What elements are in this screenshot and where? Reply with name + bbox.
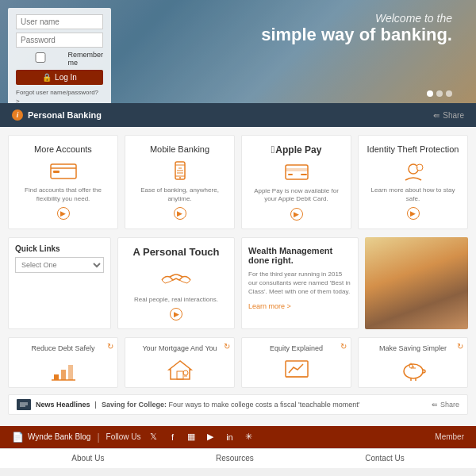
dot-2[interactable]	[436, 90, 443, 97]
password-input[interactable]	[16, 33, 103, 48]
svg-rect-12	[288, 174, 293, 175]
dot-1[interactable]	[427, 90, 433, 97]
news-separator: |	[95, 401, 97, 409]
saving-title: Make Saving Simpler	[365, 344, 461, 354]
mortgage-card: ↻ Your Mortgage And You	[125, 337, 235, 388]
dot-3[interactable]	[446, 90, 452, 97]
news-share-button[interactable]: ⇚ Share	[432, 401, 459, 409]
personal-touch-card: A Personal Touch Real people, real inter…	[117, 237, 235, 329]
member-label: Member	[435, 432, 464, 441]
svg-text:!: !	[417, 166, 418, 171]
nav-share-button[interactable]: ⇚ Share	[433, 111, 464, 120]
nav-bar: Personal Banking ⇚ Share	[0, 103, 476, 127]
mortgage-icon	[167, 359, 194, 381]
apple-pay-desc: Apple Pay is now available for your Appl…	[248, 187, 344, 204]
quick-links-panel: Quick Links Select One	[8, 237, 111, 329]
footer: About Us Resources Contact Us	[0, 448, 476, 468]
svg-rect-2	[53, 171, 60, 173]
reduce-debt-card: ↻ Reduce Debt Safely	[8, 337, 118, 388]
debt-icon	[50, 359, 77, 381]
contact-link[interactable]: Contact Us	[365, 454, 404, 463]
news-icon	[17, 399, 31, 410]
svg-rect-13	[301, 174, 307, 175]
twitter-icon[interactable]: 𝕏	[147, 431, 159, 443]
bottom-nav: 📄 Wynde Bank Blog | Follow Us 𝕏 f ▦ ▶ in…	[0, 426, 476, 448]
carousel-dots[interactable]	[427, 90, 452, 97]
reduce-debt-title: Reduce Debt Safely	[15, 344, 111, 354]
linkedin-icon[interactable]: in	[223, 431, 236, 443]
identity-icon: !	[399, 161, 428, 182]
forgot-link[interactable]: Forgot user name/password? >	[16, 88, 103, 103]
wealth-mgmt-desc: For the third year running in 2015 our c…	[248, 270, 351, 297]
mobile-banking-arrow[interactable]: ▶	[174, 207, 186, 220]
remember-me-label: Remember me	[16, 51, 103, 67]
news-category: Saving for College: Four ways to make co…	[102, 401, 360, 409]
svg-rect-11	[286, 168, 308, 171]
welcome-title: simple way of banking.	[261, 25, 452, 45]
blog-logo[interactable]: 📄 Wynde Bank Blog	[12, 432, 90, 443]
more-accounts-card: More Accounts Find accounts that offer t…	[8, 135, 118, 229]
more-accounts-arrow[interactable]: ▶	[57, 207, 70, 220]
svg-rect-22	[177, 371, 183, 379]
identity-theft-card: Identity Theft Protection ! Learn more a…	[358, 135, 468, 229]
saving-icon	[400, 359, 427, 381]
mortgage-title: Your Mortgage And You	[132, 344, 228, 354]
refresh-icon-2[interactable]: ↻	[224, 342, 230, 351]
equity-icon	[283, 359, 310, 381]
username-input[interactable]	[16, 14, 103, 29]
apple-pay-title:  Apple Pay	[248, 144, 344, 155]
svg-marker-21	[169, 361, 191, 379]
about-us-link[interactable]: About Us	[71, 454, 104, 463]
identity-theft-title: Identity Theft Protection	[365, 144, 461, 155]
blog-icon: 📄	[12, 432, 24, 443]
facebook-icon[interactable]: f	[166, 431, 178, 443]
identity-theft-arrow[interactable]: ▶	[407, 207, 420, 220]
middle-section: Quick Links Select One A Personal Touch …	[8, 237, 468, 329]
pinterest-icon[interactable]: ✳	[242, 431, 255, 443]
news-content: News Headlines | Saving for College: Fou…	[17, 399, 359, 410]
follow-us-label: Follow Us	[106, 432, 141, 441]
refresh-icon-3[interactable]: ↻	[340, 342, 347, 351]
equity-title: Equity Explained	[248, 344, 344, 354]
quick-links-select[interactable]: Select One	[15, 257, 104, 273]
share-icon: ⇚	[433, 111, 440, 120]
wealth-mgmt-title: Wealth Management done right.	[248, 246, 351, 265]
resources-link[interactable]: Resources	[216, 454, 254, 463]
lock-icon: 🔒	[42, 73, 52, 82]
family-photo-bg	[365, 237, 468, 329]
personal-touch-desc: Real people, real interactions.	[125, 296, 228, 304]
equity-card: ↻ Equity Explained	[241, 337, 351, 388]
svg-rect-19	[68, 365, 73, 380]
mobile-icon	[166, 161, 194, 182]
apple-pay-arrow[interactable]: ▶	[290, 208, 303, 221]
learn-more-link[interactable]: Learn more >	[248, 302, 291, 310]
instagram-icon[interactable]: ▦	[185, 431, 198, 443]
more-accounts-title: More Accounts	[15, 144, 111, 155]
saving-card: ↻ Make Saving Simpler	[358, 337, 468, 388]
bottom-cards-grid: ↻ Reduce Debt Safely ↻ Your Mortgage And…	[8, 337, 468, 388]
svg-point-6	[179, 177, 181, 178]
more-accounts-desc: Find accounts that offer the flexibility…	[15, 186, 111, 203]
refresh-icon-1[interactable]: ↻	[107, 342, 113, 351]
applepay-icon	[282, 162, 311, 182]
youtube-icon[interactable]: ▶	[204, 431, 217, 443]
news-headline: News Headlines	[36, 401, 90, 409]
mobile-banking-card: Mobile Banking Ease of banking, anywhere…	[125, 135, 235, 229]
apple-pay-card:  Apple Pay Apple Pay is now available f…	[241, 135, 351, 229]
accounts-icon	[49, 161, 78, 182]
main-content: More Accounts Find accounts that offer t…	[0, 127, 476, 426]
mobile-banking-desc: Ease of banking, anywhere, anytime.	[132, 186, 228, 203]
hero-section: Remember me 🔒 Log In Forgot user name/pa…	[0, 0, 476, 103]
remember-me-checkbox[interactable]	[16, 52, 65, 63]
personal-touch-title: A Personal Touch	[125, 246, 228, 259]
refresh-icon-4[interactable]: ↻	[457, 342, 463, 351]
handshake-icon	[159, 266, 194, 291]
quick-links-title: Quick Links	[15, 244, 104, 253]
social-icons: 𝕏 f ▦ ▶ in ✳	[147, 431, 255, 443]
personal-touch-arrow[interactable]: ▶	[170, 308, 182, 321]
mobile-banking-title: Mobile Banking	[132, 144, 228, 155]
svg-rect-17	[54, 374, 59, 380]
share-icon-2: ⇚	[432, 401, 438, 409]
login-button[interactable]: 🔒 Log In	[16, 70, 103, 85]
welcome-subtitle: Welcome to the	[261, 12, 452, 25]
